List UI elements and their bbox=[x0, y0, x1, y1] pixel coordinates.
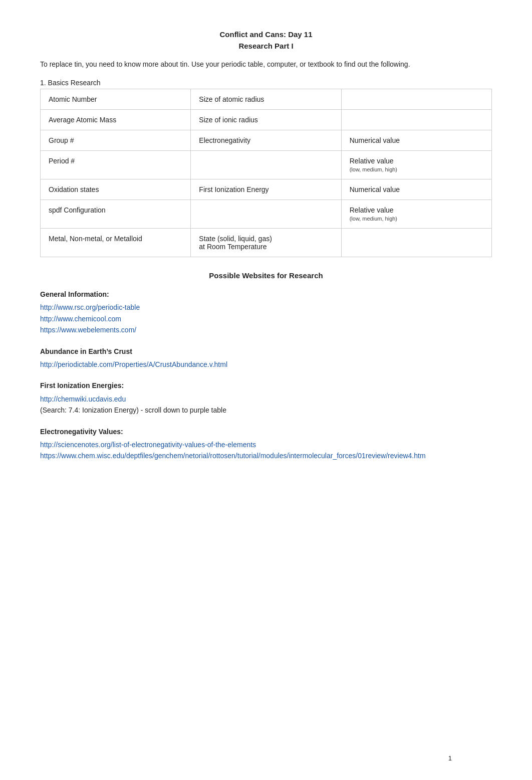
webelements-link[interactable]: https://www.webelements.com/ bbox=[40, 326, 136, 334]
rsc-link[interactable]: http://www.rsc.org/periodic-table bbox=[40, 303, 140, 311]
research-table: Atomic Number Size of atomic radius Aver… bbox=[40, 89, 492, 257]
table-cell bbox=[191, 151, 341, 179]
table-row: spdf Configuration Relative value(low, m… bbox=[41, 200, 492, 229]
table-cell: Relative value(low, medium, high) bbox=[341, 151, 491, 179]
table-cell: Oxidation states bbox=[41, 179, 191, 200]
table-cell bbox=[341, 229, 491, 257]
wisc-link[interactable]: https://www.chem.wisc.edu/deptfiles/genc… bbox=[40, 452, 426, 460]
table-row: Atomic Number Size of atomic radius bbox=[41, 89, 492, 110]
table-cell bbox=[191, 200, 341, 229]
websites-title: Possible Websites for Research bbox=[40, 271, 492, 280]
websites-section: Possible Websites for Research General I… bbox=[40, 271, 492, 462]
table-row: Period # Relative value(low, medium, hig… bbox=[41, 151, 492, 179]
table-row: Metal, Non-metal, or Metalloid State (so… bbox=[41, 229, 492, 257]
page-title: Conflict and Cans: Day 11 bbox=[40, 30, 492, 39]
table-row: Average Atomic Mass Size of ionic radius bbox=[41, 110, 492, 130]
table-cell: First Ionization Energy bbox=[191, 179, 341, 200]
chemicool-link[interactable]: http://www.chemicool.com bbox=[40, 315, 121, 323]
abundance-title: Abundance in Earth’s Crust bbox=[40, 346, 492, 357]
table-row: Group # Electronegativity Numerical valu… bbox=[41, 130, 492, 151]
sciencenotes-link[interactable]: http://sciencenotes.org/list-of-electron… bbox=[40, 441, 256, 449]
table-cell bbox=[341, 89, 491, 110]
table-cell: Size of atomic radius bbox=[191, 89, 341, 110]
ucdavis-link[interactable]: http://chemwiki.ucdavis.edu bbox=[40, 395, 126, 403]
ionization-title: First Ionization Energies: bbox=[40, 380, 492, 391]
table-cell: Atomic Number bbox=[41, 89, 191, 110]
abundance-link[interactable]: http://periodictable.com/Properties/A/Cr… bbox=[40, 360, 227, 368]
table-cell: Electronegativity bbox=[191, 130, 341, 151]
table-cell: Size of ionic radius bbox=[191, 110, 341, 130]
section-subtitle: Research Part I bbox=[40, 42, 492, 50]
intro-paragraph: To replace tin, you need to know more ab… bbox=[40, 59, 492, 70]
page-number: 1 bbox=[448, 754, 452, 762]
general-info-title: General Information: bbox=[40, 289, 492, 300]
table-cell: Group # bbox=[41, 130, 191, 151]
general-info-block: General Information: http://www.rsc.org/… bbox=[40, 289, 492, 336]
table-cell: State (solid, liquid, gas)at Room Temper… bbox=[191, 229, 341, 257]
table-cell: Numerical value bbox=[341, 179, 491, 200]
table-cell: Metal, Non-metal, or Metalloid bbox=[41, 229, 191, 257]
ionization-block: First Ionization Energies: http://chemwi… bbox=[40, 380, 492, 416]
table-cell: Numerical value bbox=[341, 130, 491, 151]
table-cell: Period # bbox=[41, 151, 191, 179]
table-cell: Average Atomic Mass bbox=[41, 110, 191, 130]
table-cell bbox=[341, 110, 491, 130]
abundance-block: Abundance in Earth’s Crust http://period… bbox=[40, 346, 492, 370]
table-cell: spdf Configuration bbox=[41, 200, 191, 229]
electronegativity-title: Electronegativity Values: bbox=[40, 426, 492, 437]
ionization-note: (Search: 7.4: Ionization Energy) - scrol… bbox=[40, 406, 226, 414]
table-cell: Relative value(low, medium, high) bbox=[341, 200, 491, 229]
basics-label: 1. Basics Research bbox=[40, 79, 492, 87]
electronegativity-block: Electronegativity Values: http://science… bbox=[40, 426, 492, 462]
table-row: Oxidation states First Ionization Energy… bbox=[41, 179, 492, 200]
